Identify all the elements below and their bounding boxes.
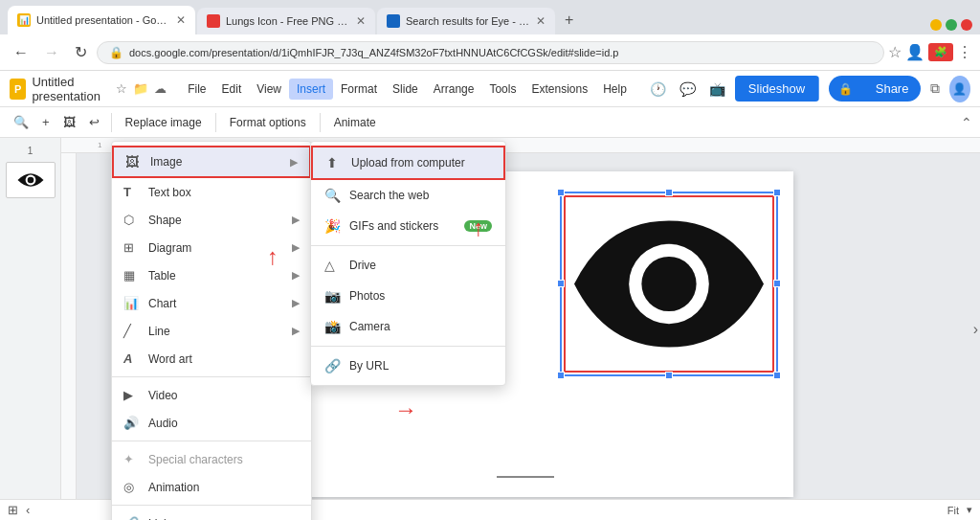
submenu-item-upload[interactable]: ⬆ Upload from computer	[311, 146, 505, 180]
submenu-item-byurl[interactable]: 🔗 By URL	[311, 350, 505, 381]
menu-extensions[interactable]: Extensions	[523, 79, 595, 100]
image-container[interactable]	[564, 195, 774, 373]
submenu-item-camera[interactable]: 📸 Camera	[311, 311, 505, 342]
close-button[interactable]	[961, 19, 972, 31]
new-tab-button[interactable]: +	[557, 8, 581, 33]
menu-arrange[interactable]: Arrange	[426, 79, 482, 100]
scroll-left-btn[interactable]: ‹	[26, 503, 30, 517]
url-bar[interactable]: 🔒 docs.google.com/presentation/d/1iQmhIF…	[97, 41, 884, 64]
menu-item-line[interactable]: ╱ Line ▶	[112, 317, 311, 345]
present-button[interactable]: 📺	[705, 78, 729, 101]
tab-label-slides: Untitled presentation - Google ...	[36, 14, 170, 26]
tb-undo-btn[interactable]: ↩	[83, 112, 105, 132]
avatar-btn[interactable]: 👤	[949, 76, 970, 102]
slide-thumbnail[interactable]	[6, 162, 56, 198]
tb-search-btn[interactable]: 🔍	[8, 112, 34, 132]
share-button[interactable]: Share	[862, 76, 921, 102]
browser-tab-lungs[interactable]: Lungs Icon - Free PNG & SVG ... ✕	[197, 8, 375, 34]
share-btn-group: 🔒 Share ▾	[829, 76, 921, 102]
menu-item-link[interactable]: 🔗 Link Ctrl+K	[112, 509, 311, 520]
tab-close-lungs[interactable]: ✕	[356, 14, 366, 28]
menu-insert[interactable]: Insert	[289, 79, 333, 100]
star-icon[interactable]: ☆	[116, 81, 127, 96]
menu-item-image[interactable]: 🖼 Image ▶	[112, 146, 311, 178]
tb-add-btn[interactable]: +	[36, 112, 56, 132]
menu-item-animation[interactable]: ◎ Animation	[112, 473, 311, 501]
browser-chrome: 📊 Untitled presentation - Google ... ✕ L…	[0, 0, 980, 34]
handle-bl[interactable]	[557, 372, 565, 379]
slideshow-button[interactable]: Slideshow	[735, 76, 818, 102]
profile-button[interactable]: 👤	[905, 43, 924, 61]
menu-format[interactable]: Format	[333, 79, 385, 100]
format-options-btn[interactable]: Format options	[222, 112, 314, 133]
collapse-toolbar-btn[interactable]: ⌃	[961, 115, 972, 130]
tab-close-flaticon[interactable]: ✕	[536, 14, 546, 28]
diagram-label: Diagram	[148, 241, 282, 255]
window-icon-btn[interactable]: ⧉	[926, 77, 944, 101]
lock-icon-btn[interactable]: 🔒	[829, 76, 862, 102]
submenu-item-drive[interactable]: △ Drive	[311, 250, 505, 281]
line-icon: ╱	[123, 324, 139, 338]
menu-file[interactable]: File	[180, 79, 213, 100]
menu-item-wordart[interactable]: A Word art	[112, 345, 311, 373]
bookmark-button[interactable]: ☆	[888, 43, 902, 61]
animate-btn[interactable]: Animate	[326, 112, 384, 133]
submenu-item-photos[interactable]: 📷 Photos	[311, 281, 505, 311]
forward-button[interactable]: →	[38, 40, 65, 65]
slideshow-dropdown-arrow[interactable]: ▾	[818, 76, 819, 102]
browser-tab-slides[interactable]: 📊 Untitled presentation - Google ... ✕	[8, 6, 195, 34]
svg-point-3	[641, 256, 696, 310]
settings-button[interactable]: ⋮	[957, 43, 972, 61]
drive-icon: △	[324, 258, 340, 273]
menu-item-video[interactable]: ▶ Video	[112, 381, 311, 409]
menu-help[interactable]: Help	[595, 79, 635, 100]
browser-tab-flaticon[interactable]: Search results for Eye - Flaticon ✕	[377, 8, 555, 34]
menu-divider-3	[112, 505, 311, 506]
scroll-right-btn[interactable]: ›	[973, 321, 978, 338]
submenu-item-search-web[interactable]: 🔍 Search the web	[311, 180, 505, 211]
menu-item-textbox[interactable]: T Text box	[112, 178, 311, 206]
back-button[interactable]: ←	[8, 40, 34, 65]
second-toolbar: 🔍 + 🖼 ↩ Replace image Format options Ani…	[0, 107, 980, 138]
zoom-fit-btn[interactable]: ▾	[967, 504, 972, 516]
menu-item-shape[interactable]: ⬡ Shape ▶	[112, 206, 311, 234]
history-button[interactable]: 🕐	[646, 78, 670, 101]
tb-image-btn[interactable]: 🖼	[57, 112, 81, 132]
menu-item-special-chars[interactable]: ✦ Special characters	[112, 445, 311, 473]
minimize-button[interactable]	[930, 19, 942, 31]
menu-divider-1	[112, 376, 311, 377]
maximize-button[interactable]	[946, 19, 957, 31]
menu-item-diagram[interactable]: ⊞ Diagram ▶	[112, 234, 311, 261]
zoom-label: Fit	[947, 505, 959, 516]
menu-item-table[interactable]: ▦ Table ▶	[112, 261, 311, 289]
menu-item-audio[interactable]: 🔊 Audio	[112, 409, 311, 437]
handle-br[interactable]	[773, 372, 781, 379]
wordart-icon: A	[123, 351, 139, 366]
photos-label: Photos	[349, 289, 385, 303]
extensions-button[interactable]: 🧩	[928, 43, 953, 61]
menu-slide[interactable]: Slide	[385, 79, 426, 100]
video-label: Video	[148, 389, 177, 402]
tab-close-slides[interactable]: ✕	[176, 13, 186, 27]
diagram-icon: ⊞	[123, 240, 139, 255]
audio-icon: 🔊	[123, 416, 139, 430]
menu-edit[interactable]: Edit	[214, 79, 250, 100]
handle-bc[interactable]	[665, 372, 673, 379]
refresh-button[interactable]: ↻	[69, 39, 93, 65]
tab-label-lungs: Lungs Icon - Free PNG & SVG ...	[226, 15, 350, 27]
replace-image-btn[interactable]: Replace image	[118, 112, 210, 133]
grid-view-btn[interactable]: ⊞	[8, 503, 18, 517]
menu-tools[interactable]: Tools	[481, 79, 523, 100]
comment-button[interactable]: 💬	[676, 78, 700, 101]
menu-item-chart[interactable]: 📊 Chart ▶	[112, 289, 311, 317]
shape-icon: ⬡	[123, 213, 139, 227]
menu-view[interactable]: View	[249, 79, 289, 100]
tab-favicon-flaticon	[387, 14, 400, 28]
textbox-icon: T	[123, 185, 139, 199]
handle-mr[interactable]	[773, 280, 781, 287]
image-menu-icon: 🖼	[125, 154, 141, 170]
cloud-icon[interactable]: ☁	[154, 81, 167, 96]
handle-tr[interactable]	[773, 189, 781, 196]
arrow-up-insert: ↑	[267, 243, 278, 270]
folder-icon[interactable]: 📁	[133, 81, 148, 96]
